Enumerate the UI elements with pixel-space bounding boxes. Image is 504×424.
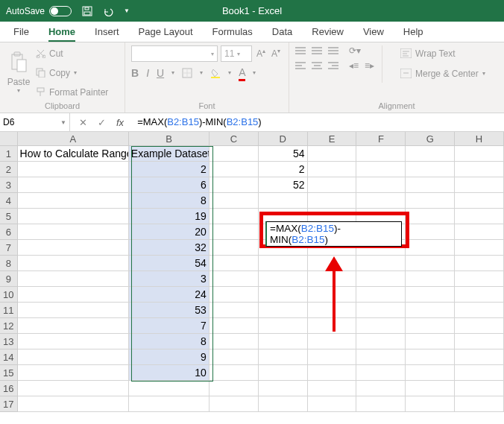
borders-icon[interactable] [182,68,192,78]
cell[interactable] [18,162,129,177]
tab-view[interactable]: View [363,23,384,42]
enter-icon[interactable]: ✓ [98,117,106,128]
cell[interactable] [18,303,129,318]
cell[interactable] [356,271,406,287]
cell[interactable] [259,271,308,287]
col-header[interactable]: B [129,132,210,146]
chevron-down-icon[interactable]: ▾ [17,87,20,94]
cell[interactable] [455,349,504,365]
row-header[interactable]: 11 [0,303,18,318]
cell[interactable] [455,146,504,162]
cell[interactable]: 32 [129,240,210,256]
fx-icon[interactable]: fx [116,117,124,128]
cell[interactable] [455,256,504,271]
copy-button[interactable]: Copy▾ [36,65,108,80]
cell[interactable] [356,193,406,209]
tab-help[interactable]: Help [403,23,423,42]
name-box[interactable]: D6▼ [0,113,70,132]
row-header[interactable]: 4 [0,193,18,209]
merge-center-button[interactable]: Merge & Center▾ [400,66,485,81]
cell[interactable]: 8 [129,193,210,209]
cell[interactable]: 6 [129,177,210,193]
cancel-icon[interactable]: ✕ [79,117,87,128]
row-header[interactable]: 8 [0,256,18,271]
row-header[interactable]: 17 [0,396,18,412]
cell[interactable]: 8 [129,334,210,349]
cell[interactable] [18,334,129,349]
cell[interactable] [18,177,129,193]
orientation-icon[interactable]: ⟳▾ [349,45,361,56]
cell[interactable] [259,303,308,318]
bold-button[interactable]: B [131,67,139,79]
cell[interactable] [308,381,357,396]
toggle-off-icon[interactable] [49,6,72,16]
row-header[interactable]: 9 [0,271,18,287]
row-header[interactable]: 5 [0,209,18,224]
italic-button[interactable]: I [146,67,149,79]
align-top-icon[interactable] [295,47,306,54]
underline-button[interactable]: U [157,67,164,79]
cell[interactable] [455,303,504,318]
align-right-icon[interactable] [328,62,338,69]
cell[interactable]: 9 [129,349,210,365]
paste-icon[interactable] [6,48,31,77]
cell[interactable] [308,193,357,209]
format-painter-button[interactable]: Format Painter [36,84,108,100]
tab-data[interactable]: Data [272,23,292,42]
cell[interactable] [455,334,504,349]
cell[interactable] [210,240,259,256]
qat-dropdown-icon[interactable]: ▼ [124,7,130,14]
cell[interactable] [308,365,357,381]
cell[interactable] [308,177,357,193]
row-header[interactable]: 10 [0,287,18,303]
formula-input[interactable]: =MAX(B2:B15)-MIN(B2:B15) [133,116,504,128]
select-all-corner[interactable] [0,132,18,146]
cell[interactable] [356,287,406,303]
cell[interactable] [259,396,308,412]
cell[interactable] [455,162,504,177]
cell[interactable] [406,396,455,412]
cell[interactable] [210,177,259,193]
cell[interactable] [18,365,129,381]
font-color-icon[interactable]: A [239,66,245,79]
cell[interactable]: 7 [129,318,210,334]
row-header[interactable]: 14 [0,349,18,365]
cell[interactable] [18,271,129,287]
cell[interactable] [210,365,259,381]
font-family-select[interactable]: ▾ [131,45,218,62]
cell[interactable] [308,349,357,365]
cell[interactable] [259,193,308,209]
cell[interactable] [210,224,259,240]
cell[interactable] [455,240,504,256]
wrap-text-button[interactable]: Wrap Text [400,45,485,61]
align-left-icon[interactable] [295,62,306,69]
cell[interactable] [210,349,259,365]
cell[interactable] [406,240,455,256]
cell[interactable] [308,162,357,177]
col-header[interactable]: F [356,132,406,146]
row-header[interactable]: 6 [0,224,18,240]
cell[interactable] [406,349,455,365]
tab-home[interactable]: Home [48,23,75,42]
row-header[interactable]: 7 [0,240,18,256]
cell[interactable] [18,287,129,303]
cell[interactable] [356,334,406,349]
cell[interactable]: 19 [129,209,210,224]
cell[interactable]: 2 [129,162,210,177]
cell[interactable] [259,287,308,303]
col-header[interactable]: A [18,132,129,146]
autosave-toggle[interactable]: AutoSave [6,6,72,16]
decrease-indent-icon[interactable]: ◂≡ [349,60,359,71]
cell[interactable] [406,381,455,396]
cell[interactable] [455,365,504,381]
cell[interactable] [18,396,129,412]
spreadsheet-grid[interactable]: A B C D E F G H 1How to Calculate RangeE… [0,132,504,412]
cell[interactable] [210,334,259,349]
cell[interactable] [259,365,308,381]
cell[interactable] [406,303,455,318]
cell[interactable] [259,349,308,365]
col-header[interactable]: E [308,132,357,146]
grow-font-icon[interactable]: A▴ [256,48,265,60]
cell[interactable] [18,256,129,271]
tab-insert[interactable]: Insert [95,23,119,42]
